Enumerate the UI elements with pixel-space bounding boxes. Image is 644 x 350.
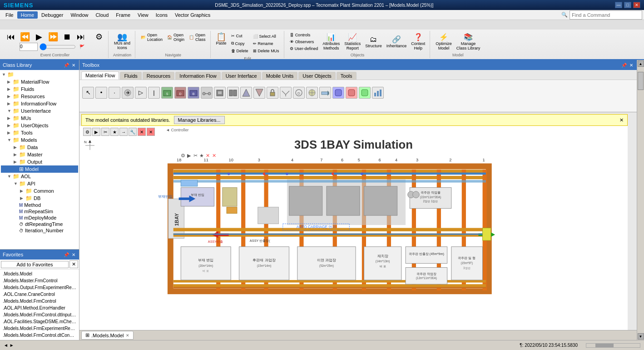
menu-vector-graphics[interactable]: Vector Graphics	[171, 11, 214, 19]
toolbox-tab-resources[interactable]: Resources	[143, 72, 175, 80]
btn-rename[interactable]: ✏Rename	[251, 40, 281, 47]
search-input[interactable]	[570, 10, 642, 20]
tool-dot[interactable]: ·	[109, 87, 120, 99]
btn-delete-mus[interactable]: ⊠Delete MUs	[251, 48, 281, 54]
tree-iteration-number[interactable]: ⏱ Iteration_Number	[1, 227, 78, 234]
favorite-item-8[interactable]: .Models.Model.FrmExperimentResult.dt...	[1, 325, 78, 332]
btn-select-all[interactable]: ⬜Select All	[251, 33, 281, 40]
menu-home[interactable]: Home	[17, 11, 38, 19]
mini-btn-star[interactable]: ★	[110, 128, 119, 136]
tree-mrepeatsim[interactable]: M mRepeatSim	[1, 208, 78, 215]
manage-libraries-button[interactable]: Manage Libraries...	[174, 116, 225, 124]
btn-open-location[interactable]: 📂OpenLocation	[139, 32, 164, 43]
tool-merging-conveyor[interactable]	[280, 87, 292, 99]
tool-line[interactable]: |	[148, 87, 160, 99]
scroll-down-btn[interactable]: ▼	[638, 333, 644, 340]
btn-copy[interactable]: ⧉Copy	[229, 40, 250, 47]
favorite-item-0[interactable]: .Models.Model	[1, 270, 78, 277]
mini-btn-tools[interactable]: 🔧	[129, 128, 137, 136]
btn-attributes-methods[interactable]: 📊 Attributes Methods	[321, 32, 342, 51]
btn-step-back[interactable]: ⏪	[18, 32, 32, 42]
favorite-item-4[interactable]: .Models.Model.FrmControl	[1, 298, 78, 305]
tree-userobjects[interactable]: ▶ 📁 UserObjects	[1, 122, 78, 129]
tool-machine[interactable]	[214, 87, 226, 99]
favorite-item-7[interactable]: .AOL.Facilities.StageDSME.mCheckCapa...	[1, 318, 78, 325]
tree-output[interactable]: ▶ 📁 Output	[1, 158, 78, 165]
menu-icons[interactable]: Icons	[152, 11, 171, 19]
mini-btn-scissors[interactable]: ✂	[101, 128, 109, 136]
btn-manage-class-library[interactable]: 📚 Manage Class Library	[455, 32, 482, 51]
btn-user-defined[interactable]: ⚙User-defined	[288, 45, 320, 52]
favorite-item-3[interactable]: .AOL.Crane.CraneControl	[1, 291, 78, 298]
tree-mdeploymode[interactable]: M mDeployMode	[1, 215, 78, 221]
tool-source[interactable]: S	[161, 87, 173, 99]
btn-rewind[interactable]: ⏮	[5, 32, 17, 42]
btn-statistics-report[interactable]: 📈 Statistics Report	[342, 32, 362, 51]
restore-btn[interactable]: □	[624, 2, 631, 8]
panel-pin-btn[interactable]: 📌	[63, 63, 70, 68]
favorites-pin-btn[interactable]: 📌	[63, 252, 70, 257]
tool-arrow-right[interactable]: ▷	[135, 87, 147, 99]
tool-select[interactable]: ↖	[82, 87, 94, 99]
btn-step[interactable]: ⏭	[74, 32, 87, 42]
btn-context-help[interactable]: ❓ Context Help	[409, 32, 427, 51]
mini-btn-play[interactable]: ▶	[92, 128, 100, 136]
panel-close-btn[interactable]: ✕	[71, 63, 76, 68]
tree-model[interactable]: ⊞ Model	[1, 165, 78, 173]
toolbox-tab-user-interface[interactable]: User Interface	[222, 72, 261, 80]
tree-fluids[interactable]: ▶ 📁 Fluids	[1, 85, 78, 93]
scroll-up-btn[interactable]: ▲	[638, 60, 644, 67]
mini-btn-x2[interactable]: ✕	[147, 128, 155, 136]
tree-method[interactable]: M Method	[1, 202, 78, 208]
tool-lock[interactable]	[267, 87, 278, 99]
tool-buffer[interactable]: B	[188, 87, 199, 99]
minimize-btn[interactable]: —	[615, 2, 622, 8]
toolbox-tab-information-flow[interactable]: Information Flow	[175, 72, 220, 80]
btn-optimize-model[interactable]: ⚡ Optimize Model	[434, 32, 454, 51]
toolbox-tab-material-flow[interactable]: Material Flow	[81, 71, 119, 80]
favorites-close-btn[interactable]: ✕	[71, 252, 76, 257]
tree-resources[interactable]: ▶ 📁 Resources	[1, 93, 78, 100]
btn-stop[interactable]: ⏹	[61, 32, 74, 42]
btn-open-origin[interactable]: 🏠OpenOrigin	[165, 32, 186, 43]
tool-transfer[interactable]	[319, 87, 331, 99]
favorite-item-10[interactable]: .Models.Master.FrmControl.mCheckAnd...	[1, 339, 78, 340]
favorite-item-5[interactable]: .AOL.API.Method.ErrorHandler	[1, 305, 78, 311]
btn-inheritance[interactable]: 🔗 Inheritance	[385, 34, 409, 49]
btn-structure[interactable]: 🗂 Structure	[363, 35, 384, 49]
tool-disassembler[interactable]	[253, 87, 265, 99]
menu-debugger[interactable]: Debugger	[38, 11, 67, 19]
favorite-item-9[interactable]: .Models.Model.FrmControl.dtConveyor...	[1, 332, 78, 339]
warning-close-btn[interactable]: ✕	[619, 117, 624, 123]
btn-mus-icons[interactable]: 👥 MUs and Icons	[112, 32, 132, 52]
tool-circle-arrow[interactable]	[122, 87, 134, 99]
right-scrollbar[interactable]: ▲ ▼	[637, 60, 644, 340]
mini-btn-settings[interactable]: ⚙	[83, 128, 91, 136]
btn-observers[interactable]: 👁Observers	[288, 39, 320, 45]
tool-parallel-proc[interactable]	[227, 87, 239, 99]
tool-dispatcher[interactable]: D	[293, 87, 305, 99]
tool-custom1[interactable]	[332, 87, 344, 99]
menu-cloud[interactable]: Cloud	[92, 11, 113, 19]
mini-btn-arrow[interactable]: →	[119, 128, 128, 136]
btn-flag[interactable]: 🚩	[78, 44, 90, 50]
btn-cut[interactable]: ✂Cut	[229, 33, 250, 39]
menu-window[interactable]: Window	[67, 11, 92, 19]
tool-custom2[interactable]	[346, 87, 357, 99]
toolbox-pin-btn[interactable]: 📌	[620, 63, 628, 68]
btn-fast-forward[interactable]: ⏩	[46, 32, 60, 42]
btn-delete[interactable]: 🗑Delete	[229, 48, 250, 54]
speed-input[interactable]	[20, 43, 38, 51]
favorites-remove-btn[interactable]: ✕	[69, 260, 78, 268]
toolbox-tab-mobile-units[interactable]: Mobile Units	[262, 72, 298, 80]
tree-materialflow[interactable]: ▶ 📁 MaterialFlow	[1, 78, 78, 85]
btn-more[interactable]: ⚙	[93, 32, 105, 42]
menu-frame[interactable]: Frame	[112, 11, 134, 19]
toolbox-tab-fluids[interactable]: Fluids	[120, 72, 141, 80]
btn-open-class[interactable]: 📋OpenClass	[187, 32, 208, 43]
tree-api[interactable]: ▼ 📁 API	[1, 180, 78, 187]
tool-chart[interactable]	[372, 87, 384, 99]
tree-db[interactable]: ▶ 📁 DB	[1, 195, 78, 202]
tree-root[interactable]: ▼ 📁	[1, 71, 78, 78]
favorite-item-2[interactable]: .Models.Output.FrmExperimentResult	[1, 284, 78, 291]
